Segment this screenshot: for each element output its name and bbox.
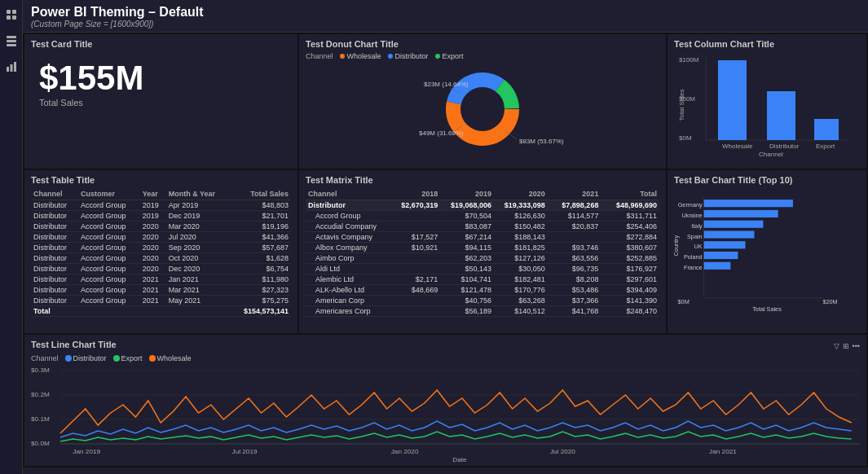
bar-country-germany: Germany [678,201,703,208]
matrix-cell: $182,481 [494,274,548,285]
donut-legend: Channel Wholesale Distributor Export [306,52,659,60]
col-header-channel[interactable]: Channel [31,188,78,200]
svg-rect-23 [703,252,738,259]
table-cell: Distributor [31,222,78,232]
table-cell: 2019 [140,200,166,211]
table-cell: $41,366 [230,232,291,243]
matrix-distributor-cell: $7,898,268 [548,200,601,211]
matrix-cell: $272,884 [601,232,659,243]
line-x-jan21: Jan 2021 [709,448,737,455]
matrix-cell: $254,406 [601,222,659,232]
matrix-cell [548,232,601,243]
matrix-cell: Aldi Ltd [306,264,392,274]
table-title: Test Table Title [31,175,291,185]
bar-x-axis-title: Total Sales [752,305,782,313]
col-bar-wholesale [718,60,747,140]
bar-country-italy: Italy [691,222,703,230]
matrix-cell: $248,470 [601,306,659,317]
svg-rect-1 [12,10,16,14]
matrix-cell: $121,478 [440,285,494,296]
table-cell: Distributor [31,274,78,285]
table-cell: Sep 2020 [166,243,230,253]
more-icon[interactable]: ••• [853,342,860,350]
col-header-year[interactable]: Year [140,188,166,200]
matrix-row: Accudial Company$83,087$150,482$20,837$2… [306,222,659,232]
svg-rect-7 [7,67,9,72]
matrix-col-header[interactable]: 2020 [494,188,548,200]
legend-dot-export [435,54,440,59]
matrix-cell: $83,087 [440,222,494,232]
table-cell: Distributor [31,264,78,274]
col-bar-export [814,119,839,140]
col-header-sales[interactable]: Total Sales [230,188,291,200]
col-header-customer[interactable]: Customer [78,188,140,200]
sidebar-icon-home[interactable] [3,7,20,23]
main-content: Power BI Theming – Default (Custom Page … [23,0,868,474]
legend-wholesale: Wholesale [340,52,381,60]
data-table: Channel Customer Year Month & Year Total… [31,188,291,317]
bar-country-ukraine: Ukraine [682,212,703,219]
matrix-row: Aimbo Corp$62,203$127,126$63,556$252,885 [306,253,659,264]
expand-icon[interactable]: ⊞ [843,342,849,350]
matrix-cell: $40,756 [440,296,494,306]
matrix-cell: $297,601 [601,274,659,285]
matrix-row: Alembic Ltd$2,171$104,741$182,481$8,208$… [306,274,659,285]
table-cell: Accord Group [78,253,140,264]
svg-rect-24 [703,262,730,270]
sidebar-icon-grid[interactable] [3,33,20,49]
table-cell: $75,275 [230,296,291,306]
col-y-axis-title: Total Sales [678,89,685,121]
matrix-cell [392,264,441,274]
svg-rect-19 [703,210,778,217]
bar-country-uk: UK [694,243,703,250]
matrix-col-header[interactable]: 2019 [440,188,494,200]
filter-icon[interactable]: ▽ [834,342,839,350]
table-cell: 2020 [140,232,166,243]
table-scroll[interactable]: Channel Customer Year Month & Year Total… [31,188,291,318]
matrix-cell: $8,208 [548,274,601,285]
matrix-scroll[interactable]: Channel2018201920202021Total Distributor… [306,188,659,318]
line-dot-distributor [65,355,72,362]
table-cell: Accord Group [78,211,140,222]
line-x-axis-title: Date [452,456,467,462]
bar-panel: Test Bar Chart Title (Top 10) $0M $20M T… [668,170,866,333]
table-cell: 2020 [140,253,166,264]
svg-rect-2 [7,15,11,20]
line-label-wholesale: Wholesale [157,354,192,362]
col-header-month[interactable]: Month & Year [166,188,230,200]
matrix-cell: $50,143 [440,264,494,274]
matrix-cell: $67,214 [440,232,494,243]
matrix-cell: $2,171 [392,274,441,285]
table-cell: Accord Group [78,274,140,285]
matrix-cell [392,306,441,317]
matrix-total-cell: $25,243,757 [548,317,601,319]
table-cell: Distributor [31,296,78,306]
matrix-row: American Corp$40,756$63,268$37,366$141,3… [306,296,659,306]
matrix-cell: $70,504 [440,211,494,222]
matrix-cell: $181,825 [494,243,548,253]
matrix-col-header[interactable]: 2018 [392,188,441,200]
matrix-cell: $394,409 [601,285,659,296]
matrix-cell: $53,486 [548,285,601,296]
legend-label-distributor: Distributor [395,52,429,60]
matrix-cell: Albox Company [306,243,392,253]
table-cell: May 2021 [166,296,230,306]
sidebar-icon-chart[interactable] [3,59,20,75]
line-toolbar: ▽ ⊞ ••• [834,342,860,350]
table-cell: Jul 2020 [166,232,230,243]
matrix-title: Test Matrix Title [306,175,659,185]
table-total-cell: Total [31,306,230,317]
svg-rect-5 [7,40,16,42]
matrix-cell: $127,126 [494,253,548,264]
bar-chart-svg: $0M $20M Total Sales Germany Ukraine Ita… [674,188,860,314]
matrix-col-header[interactable]: 2021 [548,188,601,200]
matrix-cell: $104,741 [440,274,494,285]
table-cell: Dec 2019 [166,211,230,222]
matrix-cell: $17,527 [392,232,441,243]
matrix-total-cell: $154,573,141 [601,317,659,319]
donut-svg: $23M (14.64%) $83M (53.67%) $49M (31.68%… [393,62,572,156]
line-label-export: Export [121,354,143,362]
table-cell: Accord Group [78,296,140,306]
matrix-col-header[interactable]: Channel [306,188,392,200]
matrix-col-header[interactable]: Total [601,188,659,200]
